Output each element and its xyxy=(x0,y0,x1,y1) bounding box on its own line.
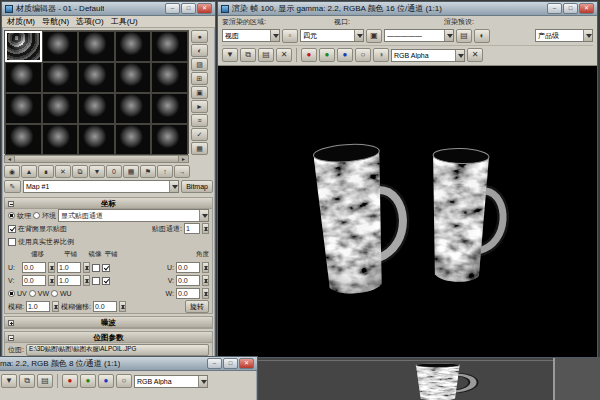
map-channel-spinner[interactable] xyxy=(202,223,209,234)
material-slot[interactable] xyxy=(151,62,188,93)
blur-spinner[interactable] xyxy=(52,301,59,312)
material-slot[interactable] xyxy=(151,93,188,124)
clone-window-icon[interactable]: ⧉ xyxy=(240,48,256,62)
u-offset-spinner[interactable] xyxy=(48,262,55,273)
maximize-button[interactable]: □ xyxy=(563,3,578,14)
material-name-select[interactable]: Map #1 xyxy=(23,180,179,193)
blur-offset-spinner[interactable] xyxy=(119,301,126,312)
show-map-in-viewport-icon[interactable]: ▦ xyxy=(123,165,139,178)
minimize-button[interactable]: – xyxy=(547,3,562,14)
red-channel-icon[interactable]: ● xyxy=(301,48,317,62)
menu-material[interactable]: 材质(M) xyxy=(7,16,35,27)
material-slot[interactable] xyxy=(151,31,188,62)
channel-display-select[interactable]: RGB Alpha xyxy=(134,375,208,388)
alpha-channel-icon[interactable]: ○ xyxy=(355,48,371,62)
go-forward-to-sibling-icon[interactable]: → xyxy=(174,165,190,178)
material-slot[interactable] xyxy=(42,31,79,62)
u-tiling-field[interactable]: 1.0 xyxy=(57,262,81,273)
expand-icon[interactable] xyxy=(8,320,14,326)
u-angle-spinner[interactable] xyxy=(202,262,209,273)
u-offset-field[interactable]: 0.0 xyxy=(22,262,46,273)
minimize-button[interactable]: – xyxy=(207,358,222,369)
uv-radio[interactable] xyxy=(8,290,15,297)
clear-button-icon[interactable]: ✕ xyxy=(467,48,483,62)
menu-utilities[interactable]: 工具(U) xyxy=(111,16,138,27)
green-channel-icon[interactable]: ● xyxy=(80,374,96,388)
lock-viewport-icon[interactable]: ▣ xyxy=(366,29,382,43)
print-image-icon[interactable]: ▤ xyxy=(37,374,53,388)
make-preview-icon[interactable]: ► xyxy=(191,100,208,113)
rotate-button[interactable]: 旋转 xyxy=(185,300,209,313)
bitmap-parameters-header[interactable]: 位图参数 xyxy=(5,332,212,343)
material-editor-titlebar[interactable]: 材质编辑器 - 01 - Default – □ ✕ xyxy=(2,2,215,16)
real-world-scale-checkbox[interactable] xyxy=(8,238,16,246)
material-slot[interactable] xyxy=(42,62,79,93)
material-slot[interactable] xyxy=(78,31,115,62)
environment-radio[interactable] xyxy=(33,212,40,219)
mapping-select[interactable]: 显式贴图通道 xyxy=(58,209,209,222)
show-on-back-checkbox[interactable] xyxy=(8,225,16,233)
map-channel-field[interactable]: 1 xyxy=(184,223,200,234)
mono-channel-icon[interactable]: ◑ xyxy=(373,48,389,62)
close-button[interactable]: ✕ xyxy=(579,3,594,14)
environment-icon[interactable]: ◐ xyxy=(474,29,490,43)
material-slot[interactable] xyxy=(151,124,188,155)
clear-image-icon[interactable]: ✕ xyxy=(276,48,292,62)
clone-window-icon[interactable]: ⧉ xyxy=(19,374,35,388)
close-button[interactable]: ✕ xyxy=(197,3,212,14)
noise-rollout-header[interactable]: 噪波 xyxy=(5,317,212,328)
pick-material-icon[interactable]: ✎ xyxy=(4,180,21,193)
put-material-to-scene-icon[interactable]: ▲ xyxy=(21,165,37,178)
alpha-channel-icon[interactable]: ○ xyxy=(116,374,132,388)
sample-uv-tiling-icon[interactable]: ⊞ xyxy=(191,72,208,85)
save-image-icon[interactable]: ▼ xyxy=(1,374,17,388)
material-slot[interactable] xyxy=(5,62,42,93)
w-angle-field[interactable]: 0.0 xyxy=(176,288,200,299)
video-color-check-icon[interactable]: ▣ xyxy=(191,86,208,99)
v-angle-spinner[interactable] xyxy=(202,275,209,286)
put-to-library-icon[interactable]: ▼ xyxy=(89,165,105,178)
texture-radio[interactable] xyxy=(8,212,15,219)
render-preset-select[interactable]: ————— xyxy=(384,29,454,42)
red-channel-icon[interactable]: ● xyxy=(62,374,78,388)
v-tiling-field[interactable]: 1.0 xyxy=(57,275,81,286)
material-slot[interactable] xyxy=(5,124,42,155)
w-angle-spinner[interactable] xyxy=(202,288,209,299)
sample-scrollbar[interactable]: ◄ ► xyxy=(4,155,189,163)
sample-type-icon[interactable]: ● xyxy=(191,30,208,43)
u-mirror-checkbox[interactable] xyxy=(92,264,100,272)
material-slot[interactable] xyxy=(115,124,152,155)
edit-region-icon[interactable]: ▫ xyxy=(282,29,298,43)
material-slot[interactable] xyxy=(78,124,115,155)
backlight-icon[interactable]: ◐ xyxy=(191,44,208,57)
material-slot[interactable] xyxy=(78,62,115,93)
vw-radio[interactable] xyxy=(29,290,36,297)
v-offset-field[interactable]: 0.0 xyxy=(22,275,46,286)
material-slot[interactable] xyxy=(115,93,152,124)
material-slot[interactable] xyxy=(115,31,152,62)
v-tiling-spinner[interactable] xyxy=(83,275,90,286)
show-end-result-icon[interactable]: ⚑ xyxy=(140,165,156,178)
v-mirror-checkbox[interactable] xyxy=(92,277,100,285)
u-tiling-spinner[interactable] xyxy=(83,262,90,273)
material-slot-active[interactable] xyxy=(5,31,42,62)
minimize-button[interactable]: – xyxy=(165,3,180,14)
map-type-button[interactable]: Bitmap xyxy=(181,180,213,193)
background-icon[interactable]: ▨ xyxy=(191,58,208,71)
scroll-track[interactable] xyxy=(14,156,179,162)
reset-map-icon[interactable]: ✕ xyxy=(55,165,71,178)
material-map-navigator-icon[interactable]: ▦ xyxy=(191,142,208,155)
u-tile-checkbox[interactable] xyxy=(102,264,110,272)
coordinates-rollout-header[interactable]: 坐标 xyxy=(5,198,212,209)
menu-navigation[interactable]: 导航(N) xyxy=(42,16,69,27)
material-slot[interactable] xyxy=(115,62,152,93)
blur-field[interactable]: 1.0 xyxy=(26,301,50,312)
maximize-button[interactable]: □ xyxy=(181,3,196,14)
go-to-parent-icon[interactable]: ↑ xyxy=(157,165,173,178)
select-by-material-icon[interactable]: ✓ xyxy=(191,128,208,141)
bitmap-path-button[interactable]: E:\3D贴图\贴图\贴图衣服\ALPOIL.JPG xyxy=(26,344,209,356)
material-slot[interactable] xyxy=(5,93,42,124)
wu-radio[interactable] xyxy=(51,290,58,297)
blue-channel-icon[interactable]: ● xyxy=(337,48,353,62)
viewport-select[interactable]: 四元 xyxy=(300,29,364,42)
